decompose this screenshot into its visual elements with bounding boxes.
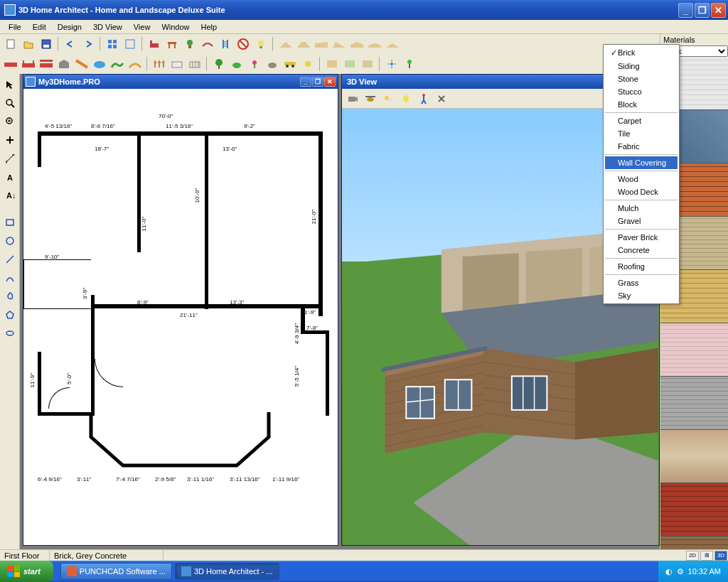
land1-icon[interactable] xyxy=(324,56,340,72)
zoom-icon[interactable] xyxy=(2,95,18,111)
gazebo-icon[interactable] xyxy=(56,56,72,72)
bridge-icon[interactable] xyxy=(200,36,215,52)
measure-icon[interactable] xyxy=(2,151,18,166)
roof7-icon[interactable] xyxy=(384,36,400,52)
line-icon[interactable] xyxy=(2,252,18,267)
swatch-brick-brown[interactable] xyxy=(660,537,728,549)
start-button[interactable]: start xyxy=(0,561,53,582)
roof6-icon[interactable] xyxy=(366,36,382,52)
redo-icon[interactable] xyxy=(80,36,96,52)
minimize-button[interactable]: _ xyxy=(678,3,693,18)
pan-icon[interactable] xyxy=(2,132,18,148)
menu-item-wood[interactable]: Wood xyxy=(605,173,678,185)
prohibit-icon[interactable] xyxy=(235,36,251,52)
camera-icon[interactable] xyxy=(345,91,360,107)
tray-icon[interactable]: ⚙ xyxy=(677,567,684,576)
plan-maximize-button[interactable]: ❐ xyxy=(312,77,323,87)
taskbar-item-punchcad[interactable]: PUNCHCAD Software ... xyxy=(60,563,172,580)
circle-icon[interactable] xyxy=(2,233,18,249)
menu-item-carpet[interactable]: Carpet xyxy=(605,114,678,127)
deck3-icon[interactable] xyxy=(38,56,54,72)
idea-icon[interactable] xyxy=(253,36,269,52)
mode-2d-button[interactable]: 2D xyxy=(686,551,699,561)
rock-icon[interactable] xyxy=(264,56,280,72)
lighting-icon[interactable] xyxy=(398,91,414,107)
menu-item-roofing[interactable]: Roofing xyxy=(605,260,678,273)
roof1-icon[interactable] xyxy=(277,36,293,52)
menu-view[interactable]: View xyxy=(128,21,156,33)
tools-icon[interactable] xyxy=(434,91,449,107)
system-tray[interactable]: ◐ ⚙ 10:32 AM xyxy=(658,561,728,582)
slide-icon[interactable] xyxy=(74,56,90,72)
fence3-icon[interactable] xyxy=(187,56,203,72)
roof4-icon[interactable] xyxy=(331,36,346,52)
menu-item-concrete[interactable]: Concrete xyxy=(605,244,678,257)
sprinkler-icon[interactable] xyxy=(384,56,400,72)
table-icon[interactable] xyxy=(164,36,180,52)
grid-icon[interactable] xyxy=(105,36,120,52)
view-icon[interactable] xyxy=(122,36,138,52)
land2-icon[interactable] xyxy=(342,56,358,72)
ellipse-icon[interactable] xyxy=(2,325,18,341)
zoomfit-icon[interactable] xyxy=(2,114,18,129)
curve-icon[interactable] xyxy=(2,270,18,286)
undo-icon[interactable] xyxy=(63,36,78,52)
plan-titlebar[interactable]: My3DHome.PRO _ ❐ ✕ xyxy=(23,75,338,89)
tree-icon[interactable] xyxy=(211,56,227,72)
fence1-icon[interactable] xyxy=(151,56,167,72)
menu-item-sky[interactable]: Sky xyxy=(605,289,678,302)
path-icon[interactable] xyxy=(127,56,143,72)
furniture-icon[interactable] xyxy=(146,36,162,52)
helicopter-icon[interactable] xyxy=(363,91,378,107)
deck2-icon[interactable] xyxy=(21,56,36,72)
new-icon[interactable] xyxy=(3,36,18,52)
mode-elev-button[interactable]: ⊞ xyxy=(700,551,713,561)
menu-item-grass[interactable]: Grass xyxy=(605,276,678,289)
menu-item-wall-covering[interactable]: Wall Covering xyxy=(605,156,678,169)
menu-item-brick[interactable]: ✓ Brick xyxy=(605,46,678,60)
save-icon[interactable] xyxy=(38,36,54,52)
menu-item-fabric[interactable]: Fabric xyxy=(605,140,678,153)
terrain-icon[interactable] xyxy=(109,56,125,72)
plant-icon[interactable] xyxy=(182,36,198,52)
menu-item-siding[interactable]: Siding xyxy=(605,60,678,72)
status-floor[interactable]: First Floor xyxy=(0,550,50,561)
plan-close-button[interactable]: ✕ xyxy=(324,77,336,87)
callout-icon[interactable]: A↓ xyxy=(2,188,18,203)
roof3-icon[interactable] xyxy=(313,36,328,52)
menu-file[interactable]: File xyxy=(3,21,27,33)
deck1-icon[interactable] xyxy=(3,56,18,72)
rect-icon[interactable] xyxy=(2,215,18,230)
menu-item-wood-deck[interactable]: Wood Deck xyxy=(605,185,678,198)
roof5-icon[interactable] xyxy=(348,36,364,52)
car-icon[interactable] xyxy=(282,56,298,72)
swatch-brick-pink[interactable] xyxy=(660,323,728,377)
open-icon[interactable] xyxy=(21,36,36,52)
mode-3d-button[interactable]: 3D xyxy=(714,551,727,561)
text-icon[interactable]: A xyxy=(2,169,18,185)
roof2-icon[interactable] xyxy=(295,36,311,52)
menu-item-stone[interactable]: Stone xyxy=(605,72,678,85)
shrub-icon[interactable] xyxy=(229,56,245,72)
menu-item-tile[interactable]: Tile xyxy=(605,127,678,140)
sun-icon[interactable] xyxy=(300,56,316,72)
tray-icon[interactable]: ◐ xyxy=(665,567,673,576)
swatch-brick-varied[interactable] xyxy=(660,430,728,483)
plan-canvas[interactable]: 70'-0" 4'-5 13/16" 8'-6 7/16" 11'-5 3/16… xyxy=(23,89,338,545)
menu-item-mulch[interactable]: Mulch xyxy=(605,202,678,215)
polygon-icon[interactable] xyxy=(2,307,18,323)
menu-design[interactable]: Design xyxy=(52,21,87,33)
plan-minimize-button[interactable]: _ xyxy=(300,77,311,87)
menu-item-stucco[interactable]: Stucco xyxy=(605,85,678,98)
land3-icon[interactable] xyxy=(360,56,375,72)
swatch-brick-red[interactable] xyxy=(660,483,728,537)
menu-edit[interactable]: Edit xyxy=(27,21,52,33)
ladder-icon[interactable] xyxy=(218,36,233,52)
close-button[interactable]: ✕ xyxy=(711,3,726,18)
menu-item-paver-brick[interactable]: Paver Brick xyxy=(605,231,678,244)
taskbar-item-3dhome[interactable]: 3D Home Architect - ... xyxy=(175,563,279,580)
menu-window[interactable]: Window xyxy=(156,21,195,33)
menu-item-gravel[interactable]: Gravel xyxy=(605,215,678,227)
weather-icon[interactable] xyxy=(380,91,396,107)
maximize-button[interactable]: ❐ xyxy=(695,3,710,18)
